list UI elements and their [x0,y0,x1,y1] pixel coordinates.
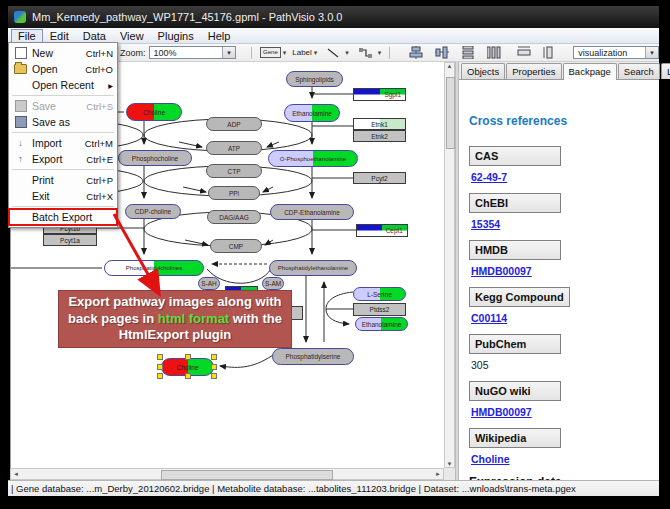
phosphatidylethanolamine-node[interactable]: Phosphatidylethanolamine [269,260,357,276]
xref-link[interactable]: HMDB00097 [471,406,651,418]
s-ah-node[interactable]: S-AH [198,277,220,290]
tab-search[interactable]: Search [618,63,660,79]
cept1-node[interactable]: Cept1 [356,224,408,237]
side-panel-tabs: ObjectsPropertiesBackpageSearchLegend [459,62,659,80]
chevron-down-icon[interactable]: ▾ [645,47,658,58]
connector-tool-button[interactable]: ▾ [355,47,382,59]
selection-handle[interactable] [157,364,163,370]
o-phosphoethanolamine-node[interactable]: O-Phosphoethanolamine [268,150,358,167]
selection-handle[interactable] [185,354,191,360]
etnk2-node[interactable]: Etnk2 [353,130,406,142]
phosphatidylserine-node[interactable]: Phosphatidylserine [272,348,354,365]
ethanolamine-node[interactable]: Ethanolamine [355,317,408,331]
etnk1-node[interactable]: Etnk1 [353,118,406,130]
status-bar: | Gene database: ...m_Derby_20120602.bri… [8,480,659,496]
selection-handle[interactable] [185,373,191,379]
selection-handle[interactable] [157,354,163,360]
scroll-up-icon[interactable]: ▲ [447,63,453,69]
xref-link[interactable]: 62-49-7 [471,171,651,183]
sgpl1-node[interactable]: Sgpl1 [353,88,406,101]
tab-objects[interactable]: Objects [461,63,505,79]
vertical-scroll-thumb[interactable] [446,77,455,149]
gene-label: Cept1 [386,227,403,234]
stack-horizontal-icon[interactable] [487,46,501,59]
xref-link[interactable]: Choline [471,453,651,465]
file-menu-item-new[interactable]: NewCtrl+N [9,45,117,61]
menu-edit[interactable]: Edit [43,29,76,43]
gene-label: Ptdss2 [370,306,390,313]
line-tool-button[interactable]: ▾ [323,47,349,59]
selection-handle[interactable] [157,373,163,379]
xref-title: Wikipedia [469,428,561,448]
pcyt1a-node[interactable]: Pcyt1a [43,234,97,246]
tab-properties[interactable]: Properties [506,63,561,79]
xref-section-kegg-compound: Kegg CompoundC00114 [469,287,651,324]
menu-data[interactable]: Data [76,29,113,43]
adp-node[interactable]: ADP [206,117,262,131]
chevron-down-icon[interactable]: ▾ [283,49,287,57]
file-menu-item-export[interactable]: ↑ExportCtrl+E [9,151,117,167]
horizontal-scroll-thumb[interactable] [161,470,333,480]
chevron-down-icon[interactable]: ▾ [222,47,235,58]
selection-handle[interactable] [211,354,217,360]
cdp-ethanolamine-node[interactable]: CDP-Ethanolamine [270,204,354,220]
menu-help[interactable]: Help [201,29,238,43]
label-tool-button[interactable]: Label ▾ [292,48,317,57]
ptdss2-node[interactable]: Ptdss2 [353,303,406,316]
choline-node[interactable]: Choline [126,103,182,121]
phosphatidylcholines-node[interactable]: Phosphatidylcholines [104,260,204,276]
ctp-node[interactable]: CTP [206,164,262,178]
cmp-node[interactable]: CMP [210,239,262,253]
selection-handle[interactable] [211,364,217,370]
align-center-horizontal-icon[interactable] [409,46,423,59]
ppi-node[interactable]: PPi [208,186,260,200]
ethanolamine-node[interactable]: Ethanolamine [284,104,340,122]
xref-link[interactable]: C00114 [471,312,651,324]
horizontal-scrollbar[interactable]: ◄ ► [10,468,444,480]
phosphocholine-node[interactable]: Phosphocholine [118,150,192,166]
menu-file[interactable]: File [11,29,43,43]
file-menu-item-batch-export[interactable]: Batch Export [9,209,117,225]
zoom-combobox[interactable]: 100% ▾ [149,46,237,59]
atp-node[interactable]: ATP [206,141,262,155]
align-center-vertical-icon[interactable] [435,46,449,59]
gene-tool-button[interactable]: Gene ▾ [260,47,286,58]
scrollbar-corner [444,468,455,480]
s-am-node[interactable]: S-AM [262,277,284,290]
file-menu-item-open-recent[interactable]: Open Recent▸ [9,77,117,93]
file-menu-item-save: SaveCtrl+S [9,98,117,114]
pcyt2-node[interactable]: Pcyt2 [353,172,406,184]
xref-link[interactable]: 15354 [471,218,651,230]
selection-handle[interactable] [211,373,217,379]
tab-legend[interactable]: Legend [661,63,670,79]
file-menu-item-import[interactable]: ↓ImportCtrl+M [9,135,117,151]
chevron-down-icon[interactable]: ▾ [314,49,318,57]
toolbar-separator [251,47,252,59]
file-menu-item-open[interactable]: OpenCtrl+O [9,61,117,77]
menu-plugins[interactable]: Plugins [151,29,201,43]
sphingolipids-node[interactable]: Sphingolipids [286,71,343,87]
scroll-left-icon[interactable]: ◄ [13,471,19,477]
file-menu-item-exit[interactable]: ExitCtrl+X [9,188,117,204]
file-menu-shortcut: Ctrl+X [86,191,113,202]
cdp-choline-node[interactable]: CDP-choline [125,204,181,219]
tab-backpage[interactable]: Backpage [563,63,617,80]
scroll-right-icon[interactable]: ► [435,471,441,477]
menu-view[interactable]: View [113,29,151,43]
chevron-down-icon[interactable]: ▾ [345,49,349,57]
xref-title: CAS [469,146,561,166]
visualization-combobox[interactable]: visualization ▾ [573,46,659,59]
xref-link[interactable]: HMDB00097 [471,265,651,277]
gene-label: Etnk2 [371,133,388,140]
stack-vertical-icon[interactable] [461,46,475,59]
xref-title: PubChem [469,334,561,354]
l-serine-node[interactable]: L-Serine [353,287,406,301]
scroll-down-icon[interactable]: ▼ [447,461,453,467]
dag-aag-node[interactable]: DAG/AAG [207,210,261,224]
file-menu-item-save-as[interactable]: Save as [9,114,117,130]
file-menu-item-print[interactable]: PrintCtrl+P [9,172,117,188]
common-height-icon[interactable] [543,46,557,59]
common-width-icon[interactable] [517,46,531,59]
chevron-down-icon[interactable]: ▾ [378,49,382,57]
vertical-scrollbar[interactable]: ▲ ▼ [444,62,455,468]
